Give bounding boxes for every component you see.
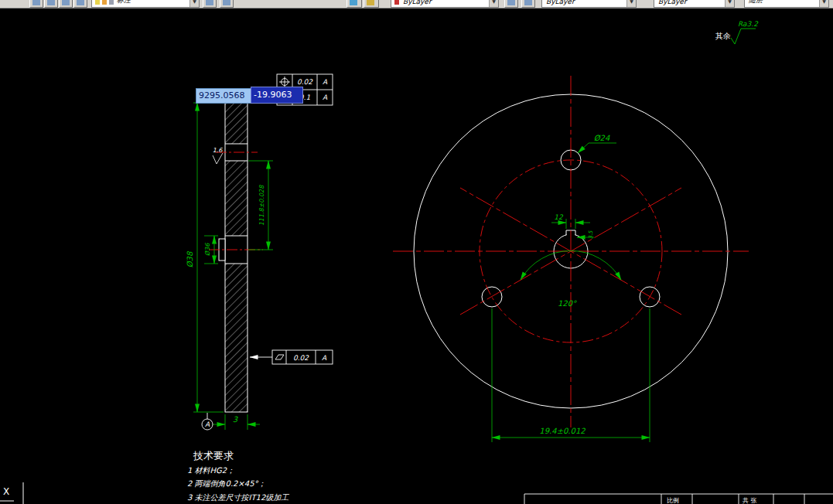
hatch-area — [225, 264, 248, 412]
color-combo-value: ByLayer — [403, 0, 432, 5]
toolbar-button[interactable] — [347, 0, 362, 8]
toolbar-button[interactable] — [521, 0, 535, 8]
fcf-top-datum-2: A — [323, 94, 328, 101]
dim-hub-width-text: 111.8±0.028 — [258, 185, 265, 226]
title-block-cell: 共 张 — [743, 497, 757, 504]
surface-note-value: Ra3.2 — [738, 20, 759, 28]
layer-on-icon — [95, 0, 100, 5]
dim-outer-diameter-text: Ø38 — [186, 250, 194, 267]
lineweight-combo-value: ByLayer — [658, 0, 687, 5]
hatch-area — [225, 161, 248, 236]
toolbar-button[interactable] — [59, 0, 73, 8]
fcf-bottom-datum: A — [322, 354, 327, 362]
toolbar-button[interactable] — [220, 0, 234, 8]
tool-icon — [206, 0, 213, 5]
chevron-down-icon[interactable]: ▼ — [489, 0, 498, 7]
dynamic-input-y-field[interactable]: -19.9063 — [251, 87, 303, 104]
dynamic-input-x-field[interactable]: 9295.0568 — [196, 88, 251, 104]
tech-req-item: 3 未注公差尺寸按IT12级加工 — [187, 493, 289, 502]
tool-icon — [350, 0, 357, 5]
layer-combo[interactable]: 标注 ▼ — [91, 0, 200, 8]
dim-keyway-width-text: 12 — [554, 213, 564, 221]
dim-angle-text: 120° — [558, 299, 577, 308]
tool-icon — [367, 0, 374, 5]
tool-icon — [223, 0, 230, 5]
layer-combo-value: 标注 — [117, 0, 131, 5]
dynamic-input-x-value: 9295.0568 — [199, 90, 245, 100]
fcf-top-value-1: 0.02 — [297, 78, 313, 86]
toolbar-button[interactable] — [364, 0, 379, 8]
surface-note-prefix: 其余 — [715, 32, 731, 40]
layer-lock-icon — [109, 0, 114, 5]
toolbar-button[interactable] — [504, 0, 518, 8]
hatch-area — [225, 103, 248, 144]
roughness-value: 1.6 — [213, 147, 224, 154]
chevron-down-icon[interactable]: ▼ — [819, 0, 828, 7]
toolbar-button[interactable] — [73, 0, 87, 8]
tool-icon — [524, 0, 532, 5]
canvas-background — [0, 0, 833, 504]
fcf-bottom-value: 0.02 — [293, 354, 309, 362]
plotstyle-combo[interactable]: 随层 ▼ — [744, 0, 829, 8]
toolbar-button[interactable] — [203, 0, 217, 8]
tool-icon — [77, 0, 84, 5]
title-block-cell: 比例 — [667, 497, 679, 504]
chevron-down-icon[interactable]: ▼ — [725, 0, 734, 7]
dynamic-input-y-value: -19.9063 — [254, 90, 292, 100]
tech-req-item: 2 两端倒角0.2×45°； — [187, 479, 266, 488]
tool-icon — [32, 0, 40, 5]
datum-symbol-label: A — [205, 421, 210, 428]
dim-hole-diameter-text: Ø24 — [594, 134, 610, 142]
tech-req-title: 技术要求 — [193, 450, 234, 461]
chevron-down-icon[interactable]: ▼ — [189, 0, 199, 7]
ucs-x-label: X — [3, 486, 9, 497]
top-toolbar: 标注 ▼ ByLayer ▼ ByLayer ▼ ByLayer ▼ 随层 ▼ — [0, 0, 833, 9]
chevron-down-icon[interactable]: ▼ — [626, 0, 636, 7]
fcf-top-datum-1: A — [323, 78, 328, 86]
toolbar-button[interactable] — [44, 0, 58, 8]
lineweight-combo[interactable]: ByLayer ▼ — [654, 0, 735, 8]
dim-thickness-text: 3 — [233, 415, 238, 424]
color-combo[interactable]: ByLayer ▼ — [391, 0, 499, 8]
cad-application-window: 标注 ▼ ByLayer ▼ ByLayer ▼ ByLayer ▼ 随层 ▼ … — [0, 0, 833, 504]
tool-icon — [507, 0, 515, 5]
tech-req-item: 1 材料HG2； — [187, 466, 234, 475]
dim-bore-diameter-text: Ø36 — [204, 243, 211, 256]
color-swatch-icon — [394, 0, 399, 5]
dim-keyway-depth-text: 3.5 — [588, 230, 594, 240]
linetype-combo-value: ByLayer — [546, 0, 575, 5]
plotstyle-combo-value: 随层 — [749, 0, 763, 5]
toolbar-button[interactable] — [29, 0, 43, 8]
drawing-canvas[interactable]: Ø38 Ø36 111.8±0.028 3 — [0, 0, 833, 504]
layer-freeze-icon — [102, 0, 107, 5]
tool-icon — [62, 0, 70, 5]
tool-icon — [47, 0, 55, 5]
dim-hole-spacing-text: 19.4±0.012 — [539, 427, 585, 435]
linetype-combo[interactable]: ByLayer ▼ — [541, 0, 637, 8]
